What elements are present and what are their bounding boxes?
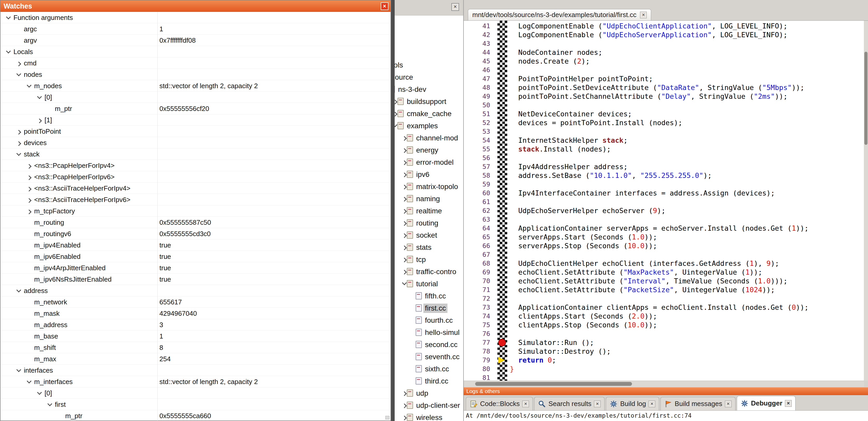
- column-divider[interactable]: [157, 12, 158, 421]
- code-line[interactable]: Simulator::Destroy ();: [510, 347, 808, 356]
- code-line[interactable]: [510, 39, 808, 48]
- code-line[interactable]: [510, 294, 808, 303]
- line-number[interactable]: 59: [464, 180, 494, 189]
- watch-row[interactable]: m_max254: [1, 353, 391, 365]
- code-line[interactable]: LogComponentEnable ("UdpEchoServerApplic…: [510, 31, 808, 39]
- close-icon[interactable]: ×: [725, 400, 732, 407]
- breakpoint-margin[interactable]: [497, 21, 507, 381]
- line-number[interactable]: 57: [464, 162, 494, 171]
- watch-row[interactable]: m_ipv6Enabledtrue: [1, 251, 391, 262]
- chevron-right-icon[interactable]: [16, 140, 22, 146]
- line-number[interactable]: 81: [464, 374, 494, 381]
- watch-row[interactable]: m_routingv60x5555555cd3c0: [1, 228, 391, 239]
- code-line[interactable]: [510, 250, 808, 259]
- line-number[interactable]: 73: [464, 303, 494, 312]
- horizontal-scrollbar[interactable]: [464, 381, 864, 387]
- chevron-right-icon[interactable]: [401, 256, 407, 262]
- watch-row[interactable]: [1]: [1, 114, 391, 126]
- line-number[interactable]: 51: [464, 110, 494, 119]
- line-number[interactable]: 47: [464, 74, 494, 83]
- line-number[interactable]: 68: [464, 259, 494, 268]
- code-line[interactable]: address.SetBase ("10.1.1.0", "255.255.25…: [510, 171, 808, 180]
- chevron-right-icon[interactable]: [401, 244, 407, 250]
- line-number[interactable]: 53: [464, 127, 494, 136]
- editor-tab-first-cc[interactable]: mnt/dev/tools/source/ns-3-dev/examples/t…: [468, 9, 651, 21]
- watch-row[interactable]: m_base1: [1, 330, 391, 342]
- code-line[interactable]: devices = pointToPoint.Install (nodes);: [510, 119, 808, 127]
- watch-row[interactable]: nodes: [1, 69, 391, 80]
- watch-row[interactable]: m_ipv4Enabledtrue: [1, 239, 391, 251]
- code-line[interactable]: InternetStackHelper stack;: [510, 136, 808, 145]
- line-number[interactable]: 58: [464, 171, 494, 180]
- watch-row[interactable]: m_network655617: [1, 296, 391, 308]
- code-line[interactable]: echoClient.SetAttribute ("Interval", Tim…: [510, 277, 808, 286]
- chevron-down-icon[interactable]: [16, 151, 22, 157]
- chevron-right-icon[interactable]: [401, 268, 407, 274]
- watch-row[interactable]: devices: [1, 137, 391, 149]
- code-line[interactable]: echoClient.SetAttribute ("MaxPackets", U…: [510, 268, 808, 277]
- line-number[interactable]: 56: [464, 154, 494, 162]
- code-line[interactable]: ApplicationContainer clientApps = echoCl…: [510, 303, 808, 312]
- chevron-right-icon[interactable]: [36, 117, 42, 123]
- code-line[interactable]: [510, 127, 808, 136]
- line-number[interactable]: 76: [464, 329, 494, 338]
- code-line[interactable]: [510, 329, 808, 338]
- code-line[interactable]: Ipv4InterfaceContainer interfaces = addr…: [510, 189, 808, 198]
- close-icon[interactable]: ×: [785, 400, 792, 407]
- code-line[interactable]: NetDeviceContainer devices;: [510, 110, 808, 119]
- vertical-scrollbar-thumb[interactable]: [864, 52, 867, 145]
- code-line[interactable]: [510, 374, 808, 381]
- line-number[interactable]: 62: [464, 206, 494, 215]
- chevron-down-icon[interactable]: [16, 288, 22, 294]
- watch-row[interactable]: m_nodesstd::vector of length 2, capacity…: [1, 80, 391, 92]
- watch-row[interactable]: [0]: [1, 387, 391, 399]
- line-number[interactable]: 52: [464, 119, 494, 127]
- code-line[interactable]: UdpEchoClientHelper echoClient (interfac…: [510, 259, 808, 268]
- code-line[interactable]: nodes.Create (2);: [510, 57, 808, 66]
- chevron-down-icon[interactable]: [16, 71, 22, 77]
- line-number[interactable]: 78: [464, 347, 494, 356]
- code-line[interactable]: [510, 198, 808, 206]
- code-line[interactable]: pointToPoint.SetDeviceAttribute ("DataRa…: [510, 83, 808, 92]
- code-line[interactable]: [510, 66, 808, 74]
- watch-row[interactable]: stack: [1, 149, 391, 160]
- code-line[interactable]: [510, 101, 808, 110]
- chevron-down-icon[interactable]: [46, 401, 53, 408]
- chevron-right-icon[interactable]: [26, 162, 32, 169]
- watch-row[interactable]: Function arguments: [1, 12, 391, 23]
- chevron-right-icon[interactable]: [401, 183, 407, 189]
- watch-row[interactable]: m_ptr0x55555556cf20: [1, 103, 391, 114]
- line-number[interactable]: 80: [464, 365, 494, 374]
- watch-row[interactable]: <ns3::AsciiTraceHelperForIpv6>: [1, 194, 391, 205]
- chevron-down-icon[interactable]: [401, 280, 407, 287]
- chevron-right-icon[interactable]: [16, 128, 22, 134]
- watch-row[interactable]: m_routing0x555555587c50: [1, 217, 391, 228]
- chevron-right-icon[interactable]: [401, 207, 407, 214]
- watch-row[interactable]: first: [1, 399, 391, 410]
- chevron-down-icon[interactable]: [5, 48, 11, 55]
- line-number[interactable]: 50: [464, 101, 494, 110]
- code-line[interactable]: LogComponentEnable ("UdpEchoClientApplic…: [510, 22, 808, 31]
- chevron-right-icon[interactable]: [401, 402, 407, 408]
- resize-grip[interactable]: [385, 416, 390, 419]
- line-number[interactable]: 61: [464, 198, 494, 206]
- code-line[interactable]: stack.Install (nodes);: [510, 145, 808, 154]
- chevron-down-icon[interactable]: [16, 367, 22, 374]
- chevron-right-icon[interactable]: [401, 220, 407, 226]
- watch-row[interactable]: interfaces: [1, 365, 391, 376]
- line-number[interactable]: 42: [464, 31, 494, 39]
- close-icon[interactable]: ×: [640, 12, 647, 19]
- chevron-right-icon[interactable]: [26, 197, 32, 203]
- line-number[interactable]: 49: [464, 92, 494, 101]
- line-number[interactable]: 44: [464, 48, 494, 57]
- chevron-right-icon[interactable]: [401, 232, 407, 238]
- code-line[interactable]: PointToPointHelper pointToPoint;: [510, 74, 808, 83]
- chevron-right-icon[interactable]: [401, 390, 407, 396]
- chevron-down-icon[interactable]: [36, 390, 42, 396]
- line-number[interactable]: 60: [464, 189, 494, 198]
- watch-row[interactable]: m_address3: [1, 319, 391, 330]
- line-number[interactable]: 75: [464, 321, 494, 329]
- watch-row[interactable]: <ns3::PcapHelperForIpv6>: [1, 171, 391, 183]
- chevron-right-icon[interactable]: [401, 134, 407, 141]
- logs-tab-code-blocks[interactable]: Code::Blocks×: [466, 397, 533, 411]
